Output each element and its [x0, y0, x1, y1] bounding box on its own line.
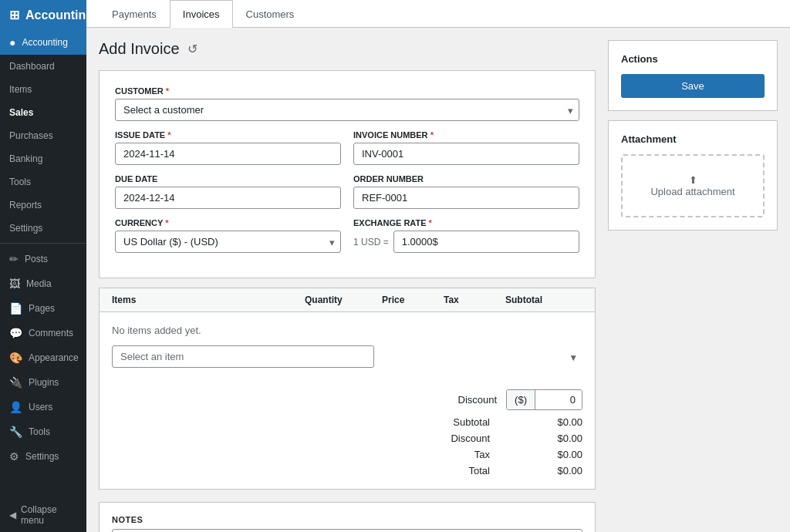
invoice-form: CUSTOMER * Select a customer ISSUE DATE: [99, 70, 596, 278]
upload-icon: ⬆: [689, 174, 697, 186]
sidebar-item-label: Media: [26, 278, 52, 289]
discount-summary-value: $0.00: [521, 433, 582, 444]
customer-label: CUSTOMER *: [115, 86, 579, 96]
due-date-col: DUE DATE: [115, 174, 341, 209]
col-price: Price: [382, 295, 444, 305]
notes-label: NOTES: [112, 515, 582, 524]
right-panel: Actions Save Attachment ⬆ Upload attachm…: [608, 40, 778, 520]
sidebar: ⊞ Accounting ● Accounting Dashboard Item…: [0, 0, 86, 532]
item-select[interactable]: Select an item: [112, 345, 374, 368]
sidebar-item-label: Purchases: [9, 130, 53, 141]
issue-date-col: ISSUE DATE *: [115, 130, 341, 165]
discount-type[interactable]: ($): [507, 390, 535, 409]
sidebar-item-sales[interactable]: Sales: [0, 101, 86, 124]
col-items: Items: [112, 295, 305, 305]
discount-value-input[interactable]: [535, 390, 582, 409]
sidebar-logo-label: Accounting: [25, 8, 86, 22]
currency-select[interactable]: US Dollar ($) - (USD): [115, 231, 341, 253]
notes-textarea[interactable]: Thank you for your business!: [112, 529, 582, 532]
sidebar-item-plugins[interactable]: 🔌 Plugins: [0, 370, 86, 395]
subtotal-label: Subtotal: [366, 416, 490, 428]
plugins-icon: 🔌: [9, 376, 22, 389]
currency-select-wrapper: US Dollar ($) - (USD): [115, 231, 341, 253]
sidebar-item-settings[interactable]: Settings: [0, 217, 86, 240]
invoice-number-col: INVOICE NUMBER *: [353, 130, 579, 165]
discount-row-summary: Discount $0.00: [366, 433, 582, 444]
totals-section: Discount ($) Subtotal $0.00 Di: [100, 380, 595, 489]
sidebar-item-tools[interactable]: Tools: [0, 170, 86, 194]
due-order-row: DUE DATE ORDER NUMBER: [115, 174, 579, 209]
sidebar-item-pages[interactable]: 📄 Pages: [0, 296, 86, 321]
tax-label: Tax: [366, 449, 490, 460]
order-number-input[interactable]: [353, 187, 579, 209]
main-area: Payments Invoices Customers Add Invoice …: [86, 0, 790, 532]
sidebar-item-purchases[interactable]: Purchases: [0, 124, 86, 147]
comments-icon: 💬: [9, 327, 22, 339]
no-items-text: No items added yet.: [112, 325, 582, 336]
sidebar-item-appearance[interactable]: 🎨 Appearance: [0, 345, 86, 370]
notes-card: NOTES Thank you for your business!: [99, 502, 596, 532]
col-quantity: Quantity: [305, 295, 382, 305]
sidebar-item-dashboard[interactable]: Dashboard: [0, 55, 86, 78]
page-title: Add Invoice: [99, 40, 180, 58]
total-value: $0.00: [521, 465, 582, 476]
exchange-rate-label: EXCHANGE RATE *: [353, 218, 579, 227]
item-select-chevron: ▾: [571, 351, 576, 362]
sidebar-item-label: Reports: [9, 200, 42, 210]
total-row: Total $0.00: [366, 465, 582, 476]
content-area: Add Invoice ↺ CUSTOMER * Select a custom…: [86, 28, 790, 532]
sidebar-item-banking[interactable]: Banking: [0, 147, 86, 170]
pages-icon: 📄: [9, 302, 22, 315]
sidebar-item-label: Tools: [29, 426, 50, 437]
issue-date-input[interactable]: [115, 143, 341, 165]
tabs-bar: Payments Invoices Customers: [86, 0, 790, 28]
sidebar-item-items[interactable]: Items: [0, 78, 86, 101]
exchange-rate-input[interactable]: [393, 231, 579, 253]
due-date-input[interactable]: [115, 187, 341, 209]
collapse-label: Collapse menu: [21, 504, 77, 526]
tab-customers[interactable]: Customers: [233, 0, 308, 28]
due-date-label: DUE DATE: [115, 174, 341, 184]
items-table: Items Quantity Price Tax Subtotal No ite…: [99, 288, 596, 490]
dashboard-icon: ⊞: [9, 8, 19, 22]
total-label: Total: [366, 465, 490, 476]
required-mark: *: [166, 86, 169, 96]
upload-attachment-button[interactable]: ⬆ Upload attachment: [621, 154, 765, 217]
issue-date-label: ISSUE DATE *: [115, 130, 341, 140]
appearance-icon: 🎨: [9, 352, 22, 364]
save-button[interactable]: Save: [621, 74, 765, 98]
discount-summary-label: Discount: [366, 433, 490, 444]
invoice-number-label: INVOICE NUMBER *: [353, 130, 579, 140]
actions-title: Actions: [621, 53, 765, 65]
item-select-wrapper: Select an item ▾: [112, 345, 582, 368]
tax-value: $0.00: [521, 449, 582, 460]
refresh-icon[interactable]: ↺: [187, 42, 198, 56]
collapse-menu-button[interactable]: ◀ Collapse menu: [0, 498, 86, 532]
exchange-rate-col: EXCHANGE RATE * 1 USD =: [353, 218, 579, 253]
posts-icon: ✏: [9, 253, 19, 265]
collapse-icon: ◀: [9, 510, 16, 520]
sidebar-item-media[interactable]: 🖼 Media: [0, 271, 86, 296]
sidebar-logo[interactable]: ⊞ Accounting: [0, 0, 86, 30]
accounting-icon: ●: [9, 36, 15, 49]
customer-select[interactable]: Select a customer: [115, 99, 579, 121]
total-rows: Subtotal $0.00 Discount $0.00 Tax $0.00: [112, 416, 582, 476]
sidebar-item-accounting[interactable]: ● Accounting: [0, 30, 86, 55]
sidebar-item-tools2[interactable]: 🔧 Tools: [0, 419, 86, 444]
items-table-header: Items Quantity Price Tax Subtotal: [100, 288, 595, 312]
tab-payments[interactable]: Payments: [99, 0, 170, 28]
sidebar-item-label: Tools: [9, 177, 31, 187]
sidebar-item-settings2[interactable]: ⚙ Settings: [0, 444, 86, 469]
sidebar-item-label: Plugins: [29, 377, 59, 388]
discount-input-row: Discount ($): [112, 389, 582, 410]
tab-invoices[interactable]: Invoices: [170, 0, 233, 28]
invoice-number-input[interactable]: [353, 143, 579, 165]
customer-row: CUSTOMER * Select a customer: [115, 86, 579, 121]
sidebar-item-label: Dashboard: [9, 61, 55, 72]
sidebar-item-label: Pages: [29, 303, 55, 314]
sidebar-item-users[interactable]: 👤 Users: [0, 395, 86, 419]
sidebar-item-reports[interactable]: Reports: [0, 194, 86, 217]
sidebar-item-posts[interactable]: ✏ Posts: [0, 247, 86, 271]
sidebar-item-comments[interactable]: 💬 Comments: [0, 321, 86, 345]
sidebar-divider: [0, 243, 86, 244]
